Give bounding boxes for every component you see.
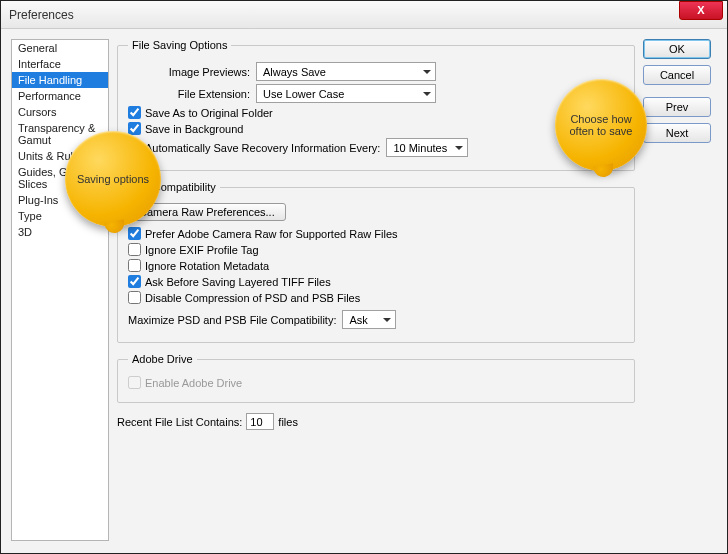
save-as-original-input[interactable] <box>128 106 141 119</box>
sidebar-item-general[interactable]: General <box>12 40 108 56</box>
preferences-window: Preferences X General Interface File Han… <box>0 0 728 554</box>
action-buttons: OK Cancel Prev Next <box>643 39 715 541</box>
enable-drive-label: Enable Adobe Drive <box>145 377 242 389</box>
adobe-drive-fieldset: Adobe Drive Enable Adobe Drive <box>117 353 635 403</box>
cancel-button[interactable]: Cancel <box>643 65 711 85</box>
prefer-acr-label: Prefer Adobe Camera Raw for Supported Ra… <box>145 228 398 240</box>
chevron-down-icon <box>423 70 431 74</box>
main-panel: File Saving Options Image Previews: Alwa… <box>117 39 635 541</box>
prev-button[interactable]: Prev <box>643 97 711 117</box>
ask-tiff-input[interactable] <box>128 275 141 288</box>
recent-files-label-b: files <box>278 416 298 428</box>
callout-autosave: Choose how often to save <box>555 79 647 171</box>
sidebar-item-interface[interactable]: Interface <box>12 56 108 72</box>
ignore-rotation-input[interactable] <box>128 259 141 272</box>
file-extension-value: Use Lower Case <box>263 88 344 100</box>
next-button[interactable]: Next <box>643 123 711 143</box>
ok-button[interactable]: OK <box>643 39 711 59</box>
recent-files-input[interactable] <box>246 413 274 430</box>
save-background-checkbox[interactable]: Save in Background <box>128 122 624 135</box>
disable-psd-compression-label: Disable Compression of PSD and PSB Files <box>145 292 360 304</box>
chevron-down-icon <box>455 146 463 150</box>
window-title: Preferences <box>9 8 74 22</box>
window-body: General Interface File Handling Performa… <box>1 29 727 553</box>
save-as-original-checkbox[interactable]: Save As to Original Folder <box>128 106 624 119</box>
file-saving-legend: File Saving Options <box>128 39 231 51</box>
sidebar-item-cursors[interactable]: Cursors <box>12 104 108 120</box>
image-previews-select[interactable]: Always Save <box>256 62 436 81</box>
maximize-compat-select[interactable]: Ask <box>342 310 396 329</box>
autosave-label: Automatically Save Recovery Information … <box>145 142 380 154</box>
recent-files-label-a: Recent File List Contains: <box>117 416 242 428</box>
disable-psd-compression-checkbox[interactable]: Disable Compression of PSD and PSB Files <box>128 291 624 304</box>
save-background-label: Save in Background <box>145 123 243 135</box>
ignore-exif-checkbox[interactable]: Ignore EXIF Profile Tag <box>128 243 624 256</box>
adobe-drive-legend: Adobe Drive <box>128 353 197 365</box>
callout-autosave-text: Choose how often to save <box>563 113 639 137</box>
image-previews-label: Image Previews: <box>128 66 256 78</box>
ask-tiff-label: Ask Before Saving Layered TIFF Files <box>145 276 331 288</box>
autosave-interval-select[interactable]: 10 Minutes <box>386 138 468 157</box>
file-extension-label: File Extension: <box>128 88 256 100</box>
ignore-exif-input[interactable] <box>128 243 141 256</box>
ignore-rotation-label: Ignore Rotation Metadata <box>145 260 269 272</box>
autosave-checkbox[interactable]: Automatically Save Recovery Information … <box>128 141 380 154</box>
callout-saving-text: Saving options <box>77 173 149 185</box>
category-sidebar: General Interface File Handling Performa… <box>11 39 109 541</box>
ignore-rotation-checkbox[interactable]: Ignore Rotation Metadata <box>128 259 624 272</box>
ignore-exif-label: Ignore EXIF Profile Tag <box>145 244 259 256</box>
sidebar-item-performance[interactable]: Performance <box>12 88 108 104</box>
callout-saving-options: Saving options <box>65 131 161 227</box>
recent-files-row: Recent File List Contains: files <box>117 413 635 430</box>
prefer-acr-checkbox[interactable]: Prefer Adobe Camera Raw for Supported Ra… <box>128 227 624 240</box>
sidebar-item-file-handling[interactable]: File Handling <box>12 72 108 88</box>
enable-drive-checkbox: Enable Adobe Drive <box>128 376 624 389</box>
disable-psd-compression-input[interactable] <box>128 291 141 304</box>
chevron-down-icon <box>423 92 431 96</box>
file-compat-fieldset: File Compatibility Camera Raw Preference… <box>117 181 635 343</box>
maximize-compat-value: Ask <box>349 314 367 326</box>
ask-tiff-checkbox[interactable]: Ask Before Saving Layered TIFF Files <box>128 275 624 288</box>
save-as-original-label: Save As to Original Folder <box>145 107 273 119</box>
close-button[interactable]: X <box>679 1 723 20</box>
chevron-down-icon <box>383 318 391 322</box>
file-saving-fieldset: File Saving Options Image Previews: Alwa… <box>117 39 635 171</box>
maximize-compat-label: Maximize PSD and PSB File Compatibility: <box>128 314 336 326</box>
file-extension-select[interactable]: Use Lower Case <box>256 84 436 103</box>
titlebar: Preferences X <box>1 1 727 29</box>
sidebar-item-3d[interactable]: 3D <box>12 224 108 240</box>
enable-drive-input <box>128 376 141 389</box>
save-background-input[interactable] <box>128 122 141 135</box>
prefer-acr-input[interactable] <box>128 227 141 240</box>
autosave-interval-value: 10 Minutes <box>393 142 447 154</box>
image-previews-value: Always Save <box>263 66 326 78</box>
